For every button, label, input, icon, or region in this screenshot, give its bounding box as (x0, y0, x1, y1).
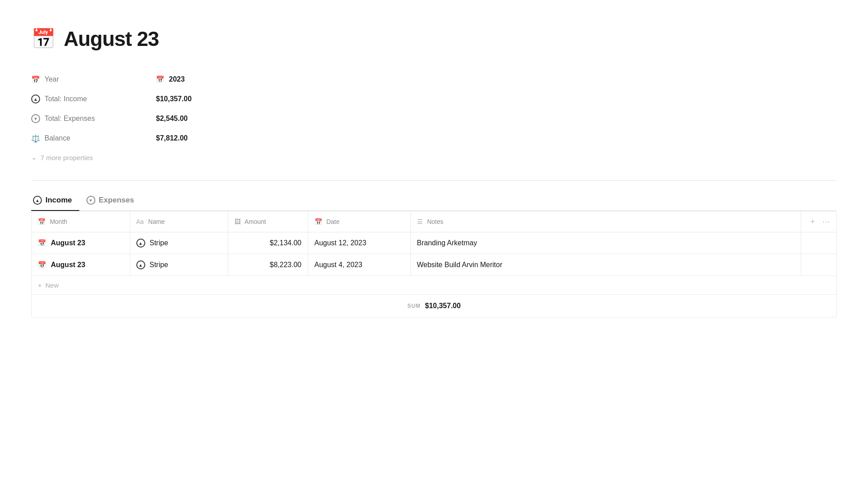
tab-income[interactable]: ▲ Income (31, 191, 79, 211)
new-row-button[interactable]: + New (32, 276, 836, 295)
col-header-name[interactable]: Aa Name (130, 211, 228, 232)
tabs-section: ▲ Income ▼ Expenses 📅 Month Aa Name (31, 191, 837, 318)
table-row: 📅 August 23 ▲ Stripe $8,223.00 (32, 254, 836, 276)
new-row-plus-icon: + (38, 281, 42, 289)
row2-name-icon: ▲ (136, 260, 145, 269)
page-title-icon: 📅 (31, 27, 56, 50)
date-col-icon: 📅 (315, 218, 322, 225)
sum-label: SUM (407, 303, 421, 309)
property-income-label: ▲ Total: Income (31, 95, 156, 103)
balance-icon: ⚖️ (31, 134, 40, 143)
property-balance-value: $7,812.00 (156, 134, 188, 142)
col-header-actions: + ⋯ (801, 211, 836, 232)
income-table-wrapper: 📅 Month Aa Name 🖼 Amount 📅 Date (31, 211, 837, 318)
property-balance-label: ⚖️ Balance (31, 134, 156, 143)
income-table: 📅 Month Aa Name 🖼 Amount 📅 Date (32, 211, 836, 276)
notes-col-icon: ☰ (417, 218, 423, 225)
row2-amount[interactable]: $8,223.00 (228, 254, 308, 276)
more-col-icon[interactable]: ⋯ (822, 217, 830, 227)
property-balance: ⚖️ Balance $7,812.00 (31, 128, 837, 148)
row1-name[interactable]: ▲ Stripe (130, 232, 228, 254)
property-total-income: ▲ Total: Income $10,357.00 (31, 89, 837, 109)
row2-notes[interactable]: Website Build Arvin Meritor (410, 254, 801, 276)
row2-month[interactable]: 📅 August 23 (32, 254, 130, 276)
table-header-row: 📅 Month Aa Name 🖼 Amount 📅 Date (32, 211, 836, 232)
income-up-icon: ▲ (31, 95, 40, 103)
row2-month-icon: 📅 (38, 261, 46, 269)
more-properties-toggle[interactable]: ⌄ 7 more properties (31, 151, 837, 164)
section-divider (31, 180, 837, 181)
row2-name[interactable]: ▲ Stripe (130, 254, 228, 276)
page-title: August 23 (64, 27, 159, 51)
col-header-month[interactable]: 📅 Month (32, 211, 130, 232)
add-col-icon[interactable]: + (810, 217, 815, 227)
col-header-date[interactable]: 📅 Date (308, 211, 410, 232)
tabs-header: ▲ Income ▼ Expenses (31, 191, 837, 211)
amount-col-icon: 🖼 (234, 218, 241, 225)
tab-expenses[interactable]: ▼ Expenses (85, 191, 141, 211)
income-tab-icon: ▲ (33, 196, 42, 205)
name-col-icon: Aa (136, 218, 144, 225)
col-header-amount[interactable]: 🖼 Amount (228, 211, 308, 232)
property-expenses-label: ▼ Total: Expenses (31, 114, 156, 123)
property-year-label: 📅 Year (31, 75, 156, 84)
table-row: 📅 August 23 ▲ Stripe $2,134.00 (32, 232, 836, 254)
chevron-down-icon: ⌄ (31, 153, 37, 161)
properties-section: 📅 Year 📅 2023 ▲ Total: Income $10,357.00… (31, 70, 837, 164)
month-col-icon: 📅 (38, 218, 45, 225)
calendar-icon: 📅 (31, 75, 40, 84)
property-expenses-value: $2,545.00 (156, 115, 188, 123)
col-header-notes[interactable]: ☰ Notes (410, 211, 801, 232)
expenses-tab-icon: ▼ (86, 196, 95, 205)
row1-month[interactable]: 📅 August 23 (32, 232, 130, 254)
row1-amount[interactable]: $2,134.00 (228, 232, 308, 254)
calendar-small-icon: 📅 (156, 75, 164, 83)
sum-row: SUM $10,357.00 (32, 295, 836, 317)
row1-month-icon: 📅 (38, 239, 46, 247)
row1-notes[interactable]: Branding Arketmay (410, 232, 801, 254)
row2-actions (801, 254, 836, 276)
expenses-down-icon: ▼ (31, 114, 40, 123)
row1-actions (801, 232, 836, 254)
row1-name-icon: ▲ (136, 239, 145, 248)
property-total-expenses: ▼ Total: Expenses $2,545.00 (31, 109, 837, 128)
row1-date[interactable]: August 12, 2023 (308, 232, 410, 254)
sum-value: $10,357.00 (425, 302, 461, 310)
property-income-value: $10,357.00 (156, 95, 192, 103)
property-year: 📅 Year 📅 2023 (31, 70, 837, 89)
property-year-value: 📅 2023 (156, 75, 185, 83)
page-header: 📅 August 23 (31, 27, 837, 51)
row2-date[interactable]: August 4, 2023 (308, 254, 410, 276)
